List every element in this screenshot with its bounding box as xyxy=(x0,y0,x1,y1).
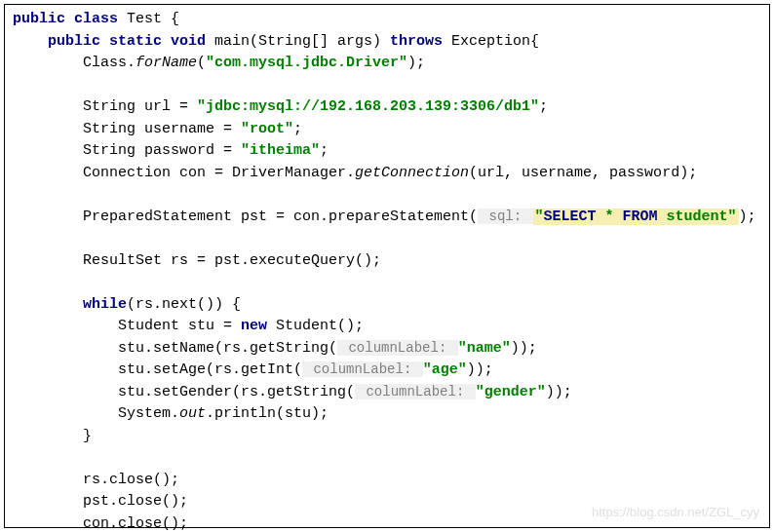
text: Student stu = xyxy=(13,318,241,334)
text: String password = xyxy=(13,142,241,159)
end: )); xyxy=(511,340,537,357)
code-line: String password = "itheima"; xyxy=(13,140,761,163)
string-literal: "com.mysql.jdbc.Driver" xyxy=(206,55,407,71)
method-call: getConnection xyxy=(355,165,469,181)
keyword-new: new xyxy=(241,318,267,334)
param-hint: columnLabel: xyxy=(302,361,423,377)
rest: Student(); xyxy=(267,318,364,334)
indent xyxy=(13,33,48,50)
end: ; xyxy=(539,98,548,115)
code-line: stu.setAge(rs.getInt( columnLabel: "age"… xyxy=(13,360,761,382)
code-line-empty xyxy=(13,272,761,294)
code-line: Student stu = new Student(); xyxy=(13,316,761,338)
class-name: Test { xyxy=(118,11,179,27)
text: Class. xyxy=(13,55,135,71)
string-literal: "root" xyxy=(241,121,293,137)
keyword-throws: throws xyxy=(390,33,443,50)
string-literal: "name" xyxy=(458,340,511,357)
code-editor: public class Test { public static void m… xyxy=(4,4,770,528)
end: ); xyxy=(407,55,425,71)
param-hint: columnLabel: xyxy=(355,384,476,399)
keyword-public: public xyxy=(13,11,65,27)
end: ; xyxy=(293,121,302,137)
string-literal: "gender" xyxy=(476,384,546,400)
text: PreparedStatement pst = con.prepareState… xyxy=(13,209,478,225)
end: )); xyxy=(467,361,493,378)
code-line-empty xyxy=(13,75,761,97)
sql-text: student xyxy=(658,209,728,225)
code-line: stu.setGender(rs.getString( columnLabel:… xyxy=(13,382,761,404)
code-line: Connection con = DriverManager.getConnec… xyxy=(13,163,761,185)
indent xyxy=(13,296,83,313)
text: stu.setName(rs.getString( xyxy=(13,340,337,357)
keyword-static: static xyxy=(100,33,162,50)
keyword-while: while xyxy=(83,296,127,313)
code-line: rs.close(); xyxy=(13,470,761,492)
text: String url = xyxy=(13,98,197,115)
watermark: https://blog.csdn.net/ZGL_cyy xyxy=(592,503,759,522)
end: ; xyxy=(320,142,329,159)
end: )); xyxy=(546,384,572,400)
sql-keyword: FROM xyxy=(623,209,658,225)
code-line: public class Test { xyxy=(13,9,761,31)
rest: (rs.next()) { xyxy=(127,296,241,313)
string-literal: "jdbc:mysql://192.168.203.139:3306/db1" xyxy=(197,98,539,115)
method-call: forName xyxy=(135,55,197,71)
sql-keyword: SELECT xyxy=(544,209,597,225)
string-quote: " xyxy=(728,209,737,225)
text: stu.setGender(rs.getString( xyxy=(13,384,355,400)
text: System. xyxy=(13,405,179,422)
code-line-empty xyxy=(13,228,761,250)
code-line: String url = "jdbc:mysql://192.168.203.1… xyxy=(13,96,761,119)
code-line-empty xyxy=(13,184,761,207)
keyword-void: void xyxy=(162,33,206,50)
code-line: public static void main(String[] args) t… xyxy=(13,31,761,54)
end: .println(stu); xyxy=(206,405,329,422)
field-ref: out xyxy=(179,405,206,422)
param-hint: sql: xyxy=(478,209,532,224)
string-quote: " xyxy=(535,209,544,225)
sql-highlight: "SELECT * FROM student" xyxy=(533,209,739,225)
end: (url, username, password); xyxy=(469,165,697,181)
code-line: System.out.println(stu); xyxy=(13,403,761,426)
code-line: Class.forName("com.mysql.jdbc.Driver"); xyxy=(13,53,761,75)
keyword-public: public xyxy=(48,33,100,50)
sql-text: * xyxy=(597,209,623,225)
text: Connection con = DriverManager. xyxy=(13,165,355,181)
code-line: stu.setName(rs.getString( columnLabel: "… xyxy=(13,338,761,361)
keyword-class: class xyxy=(74,11,118,27)
paren: ( xyxy=(197,55,206,71)
code-line: ResultSet rs = pst.executeQuery(); xyxy=(13,250,761,273)
code-line: } xyxy=(13,426,761,448)
end: ); xyxy=(739,209,756,225)
string-literal: "itheima" xyxy=(241,142,320,159)
code-line-empty xyxy=(13,447,761,470)
string-literal: "age" xyxy=(423,361,467,378)
text: String username = xyxy=(13,121,241,137)
method-sig: main(String[] args) xyxy=(206,33,390,50)
code-line: String username = "root"; xyxy=(13,119,761,141)
rest: Exception{ xyxy=(443,33,539,50)
text: stu.setAge(rs.getInt( xyxy=(13,361,302,378)
code-line: while(rs.next()) { xyxy=(13,294,761,317)
code-line: PreparedStatement pst = con.prepareState… xyxy=(13,207,761,229)
param-hint: columnLabel: xyxy=(337,340,458,356)
